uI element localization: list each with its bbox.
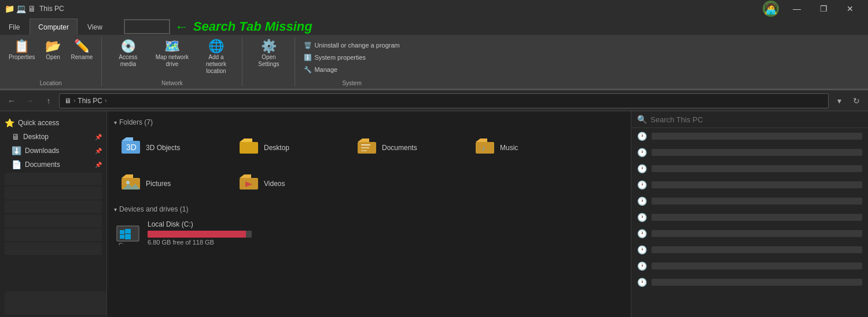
minimize-button[interactable]: — [784,0,810,17]
folder-documents-label: Documents [382,144,417,152]
history-item-8[interactable]: 🕐 [631,242,868,258]
back-button[interactable]: ← [3,93,20,109]
folder-videos-label: Videos [264,180,285,188]
ribbon-group-network: 💿 Access media 🗺️ Map network drive 🌐 Ad… [102,37,242,86]
network-group-label: Network [161,80,183,86]
properties-icon: 📋 [14,40,30,53]
sidebar-bottom-item [5,292,107,315]
sidebar-item-quick-access[interactable]: ⭐ Quick access [0,116,106,130]
svg-point-15 [126,181,130,184]
uninstall-button[interactable]: 🗑️ Uninstall or change a program [300,40,403,51]
quick-access-icon: ⭐ [5,118,14,127]
open-settings-button[interactable]: ⚙️ Open Settings [247,37,290,71]
manage-button[interactable]: 🔧 Manage [300,64,403,75]
system-properties-button[interactable]: ℹ️ System properties [300,52,403,63]
clock-icon-7: 🕐 [637,229,647,238]
nav-extra-controls: ▾ ↻ [831,93,865,109]
maximize-button[interactable]: ❐ [810,0,837,17]
map-network-drive-button[interactable]: 🗺️ Map network drive [150,37,193,71]
system-props-icon: ℹ️ [304,54,312,61]
history-item-10[interactable]: 🕐 [631,274,868,290]
history-item-4[interactable]: 🕐 [631,177,868,193]
rename-button[interactable]: ✏️ Rename [67,37,97,64]
history-item-1[interactable]: 🕐 [631,128,868,144]
address-bar[interactable]: 🖥 › This PC › [59,93,829,108]
map-drive-icon: 🗺️ [164,40,180,53]
forward-button[interactable]: → [22,93,38,109]
svg-text:C:: C: [119,242,124,245]
history-item-7[interactable]: 🕐 [631,225,868,242]
folder-desktop[interactable]: Desktop [232,131,348,165]
open-button[interactable]: 📂 Open [41,37,66,64]
sidebar-blurred-3 [5,201,102,213]
search-input[interactable] [650,115,862,124]
svg-text:3D: 3D [126,143,137,152]
up-button[interactable]: ↑ [41,93,57,109]
properties-button[interactable]: 📋 Properties [5,37,39,64]
access-media-button[interactable]: 💿 Access media [106,37,149,71]
history-text-9 [652,263,862,269]
folder-pictures[interactable]: Pictures [114,167,230,201]
svg-marker-14 [122,174,133,178]
svg-marker-18 [240,174,251,178]
folder-desktop-label: Desktop [264,144,289,152]
downloads-pin-icon: 📌 [95,148,102,154]
ribbon-content: 📋 Properties 📂 Open ✏️ Rename Location 💿 [0,35,868,90]
folder-3d-objects[interactable]: 3D 3D Objects [114,131,230,165]
local-disk-c[interactable]: C: Local Disk (C:) 6.80 GB free of 118 G… [107,216,631,250]
search-panel: 🔍 🕐 🕐 🕐 🕐 🕐 [631,111,868,317]
history-text-1 [652,133,862,140]
folder-music[interactable]: ♪ Music [468,131,584,165]
history-item-9[interactable]: 🕐 [631,258,868,274]
add-network-location-button[interactable]: 🌐 Add a network location [194,37,237,78]
history-item-3[interactable]: 🕐 [631,161,868,177]
open-icon: 📂 [45,40,61,53]
sidebar-blurred-6 [5,242,102,255]
folder-music-icon: ♪ [475,135,495,161]
drive-info: Local Disk (C:) 6.80 GB free of 118 GB [148,220,624,246]
sidebar-item-downloads[interactable]: ⬇️ Downloads 📌 [0,144,106,158]
window-icon-monitor: 🖥 [28,4,36,13]
docs-pin-icon: 📌 [95,162,102,168]
main-area: ⭐ Quick access 🖥 Desktop 📌 ⬇️ Downloads … [0,111,868,317]
clock-icon-8: 🕐 [637,245,647,254]
title-bar: 📁 💻 🖥 This PC 🧑‍💻 — ❐ ✕ [0,0,868,17]
user-avatar[interactable]: 🧑‍💻 [763,1,779,17]
title-bar-left: 📁 💻 🖥 This PC [5,4,64,13]
ribbon-tabs: File Computer View ← Search Tab Missing [0,17,868,35]
drive-usage-bar-bg [148,231,252,238]
folders-chevron: ▾ [114,119,117,126]
quick-access-label: Quick access [18,119,59,127]
sidebar-item-desktop[interactable]: 🖥 Desktop 📌 [0,130,106,144]
close-button[interactable]: ✕ [837,0,863,17]
clock-icon-10: 🕐 [637,278,647,287]
sidebar-item-documents[interactable]: 📄 Documents 📌 [0,158,106,172]
drive-usage-bar-fill [148,231,246,238]
tab-computer[interactable]: Computer [30,19,78,35]
devices-label: Devices and drives (1) [119,205,188,213]
folders-section-header[interactable]: ▾ Folders (7) [107,116,631,129]
drive-size-text: 6.80 GB free of 118 GB [148,239,624,246]
folder-3d-label: 3D Objects [146,144,180,152]
refresh-button[interactable]: ↻ [848,93,865,109]
address-this-pc: This PC [78,97,102,105]
history-text-8 [652,246,862,253]
tab-file[interactable]: File [0,19,28,35]
arrow-icon: ← [175,19,189,35]
documents-icon: 📄 [12,160,21,169]
settings-group-items: ⚙️ Open Settings [247,37,290,84]
history-item-2[interactable]: 🕐 [631,144,868,161]
ribbon: File Computer View ← Search Tab Missing … [0,17,868,90]
drive-name: Local Disk (C:) [148,220,624,228]
downloads-icon: ⬇️ [12,146,21,155]
tab-view[interactable]: View [79,19,111,35]
history-item-6[interactable]: 🕐 [631,209,868,225]
folder-pictures-label: Pictures [146,180,171,188]
folder-documents[interactable]: Documents [350,131,466,165]
sidebar-blurred-1 [5,173,102,185]
dropdown-button[interactable]: ▾ [831,93,847,109]
folder-videos[interactable]: Videos [232,167,348,201]
devices-section-header[interactable]: ▾ Devices and drives (1) [107,203,631,216]
history-text-2 [652,149,862,156]
history-item-5[interactable]: 🕐 [631,193,868,209]
